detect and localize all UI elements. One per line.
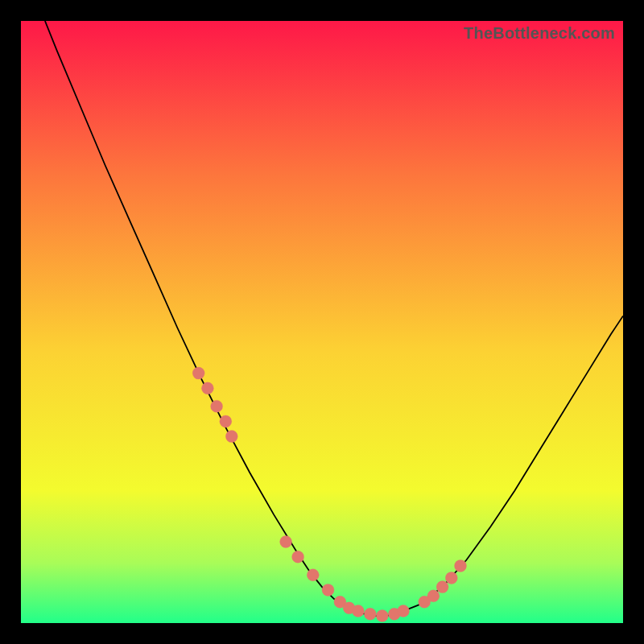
gradient-background <box>21 21 623 623</box>
data-marker <box>225 431 237 443</box>
data-marker <box>436 581 448 593</box>
data-marker <box>445 572 457 584</box>
bottleneck-chart <box>21 21 623 623</box>
data-marker <box>280 536 292 548</box>
data-marker <box>427 590 440 602</box>
data-marker <box>352 605 364 617</box>
data-marker <box>376 610 388 622</box>
data-marker <box>322 584 334 596</box>
data-marker <box>455 559 467 572</box>
chart-frame: TheBottleneck.com <box>21 21 623 623</box>
data-marker <box>398 605 410 617</box>
data-marker <box>307 569 319 581</box>
data-marker <box>220 415 232 427</box>
data-marker <box>211 400 223 412</box>
data-marker <box>192 367 204 379</box>
data-marker <box>364 608 376 620</box>
watermark-text: TheBottleneck.com <box>464 24 615 43</box>
data-marker <box>292 551 304 563</box>
data-marker <box>201 382 213 394</box>
